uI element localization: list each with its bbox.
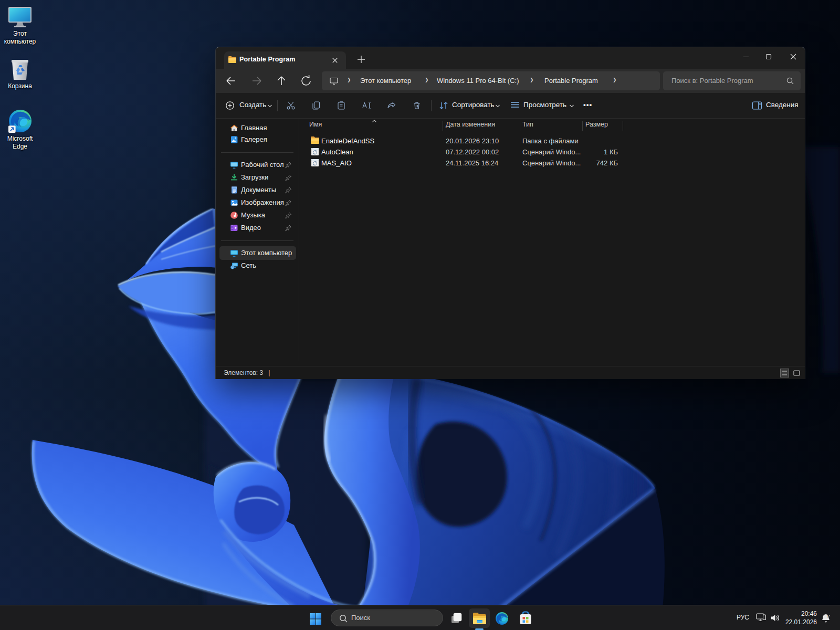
svg-text:z: z [829,614,831,617]
